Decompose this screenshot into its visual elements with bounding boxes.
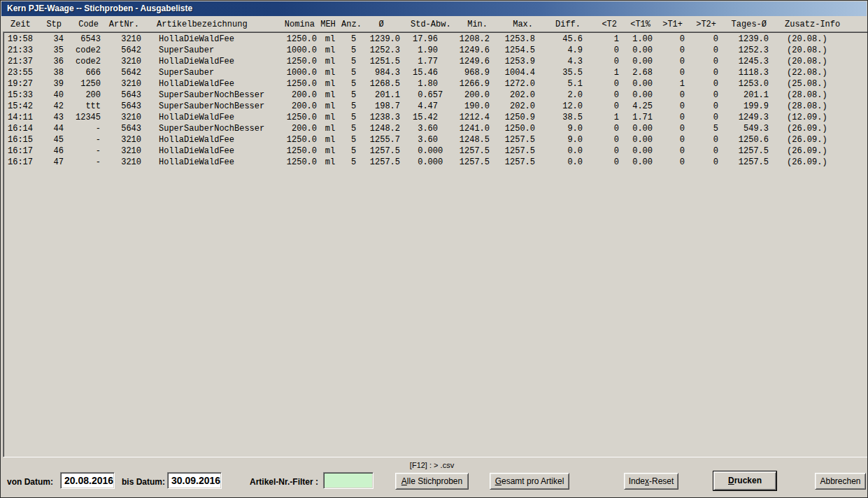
cell-zusatz-info: (20.08.) [770, 34, 866, 45]
cell-lt-t1-pct: 0.00 [623, 123, 655, 134]
cell-tages-avg: 199.9 [721, 101, 770, 112]
cell-avg: 201.1 [365, 90, 401, 101]
von-datum-input[interactable] [60, 472, 115, 489]
cell-meh: ml [318, 157, 342, 168]
cell-stp: 42 [38, 101, 65, 112]
cell-tages-avg: 1250.6 [721, 134, 770, 145]
cell-anz: 5 [342, 90, 365, 101]
cell-zusatz-info: (26.09.) [770, 157, 866, 168]
column-header-gt-t2: >T2+ [685, 19, 719, 30]
table-row[interactable]: 16:1747-3210HollaDieWaldFee1250.0ml51257… [3, 157, 866, 168]
cell-zeit: 19:27 [3, 78, 38, 90]
sample-listbox[interactable]: 19:583465433210HollaDieWaldFee1250.0ml51… [3, 31, 868, 457]
cell-min: 1241.0 [459, 123, 491, 134]
cell-avg: 984.3 [365, 67, 401, 78]
cell-stp: 34 [38, 34, 65, 45]
cell-gt-t2: 0 [688, 78, 721, 90]
cell-gt-t2: 0 [688, 56, 721, 67]
artikel-filter-input[interactable] [323, 472, 373, 489]
cell-artikelbezeichnung: SuperSauber [143, 67, 283, 78]
cell-artnr: 3210 [102, 56, 143, 67]
cell-gt-t2: 5 [688, 123, 721, 134]
cell-lt-t2: 0 [584, 145, 623, 157]
table-header-band: ZeitStpCodeArtNr.ArtikelbezeichnungNomin… [1, 16, 867, 31]
cell-avg: 1257.5 [365, 145, 401, 157]
cell-gt-t2: 0 [688, 67, 721, 78]
cell-artnr: 5643 [102, 90, 143, 101]
sample-table: 19:583465433210HollaDieWaldFee1250.0ml51… [3, 34, 866, 168]
cell-meh: ml [318, 78, 342, 90]
table-row[interactable]: 21:3335code25642SuperSauber1000.0ml51252… [3, 45, 866, 56]
cell-zeit: 23:55 [3, 67, 38, 78]
von-datum-label: von Datum: [7, 477, 53, 487]
cell-stp: 36 [38, 56, 65, 67]
drucken-button[interactable]: Drucken [713, 471, 776, 490]
cell-min: 1208.2 [459, 34, 491, 45]
cell-lt-t1-pct: 1.00 [623, 34, 655, 45]
table-row[interactable]: 16:1545-3210HollaDieWaldFee1250.0ml51255… [3, 134, 866, 145]
cell-nomina: 1250.0 [283, 157, 318, 168]
cell-std-abw: 3.60 [401, 123, 459, 134]
cell-artikelbezeichnung: HollaDieWaldFee [143, 56, 283, 67]
cell-code: - [65, 123, 102, 134]
column-header-diff: Diff. [534, 19, 582, 30]
cell-gt-t1: 0 [655, 145, 688, 157]
table-row[interactable]: 21:3736code23210HollaDieWaldFee1250.0ml5… [3, 56, 866, 67]
cell-lt-t1-pct: 0.00 [623, 134, 655, 145]
cell-code: ttt [65, 101, 102, 112]
cell-gt-t2: 0 [688, 34, 721, 45]
alle-stichproben-button[interactable]: Alle Stichproben [395, 473, 469, 490]
cell-nomina: 1250.0 [283, 112, 318, 123]
index-reset-button[interactable]: Index-Reset [624, 473, 678, 490]
cell-meh: ml [318, 134, 342, 145]
cell-nomina: 200.0 [283, 101, 318, 112]
cell-lt-t2: 0 [584, 45, 623, 56]
cell-max: 1257.5 [491, 157, 536, 168]
cell-zeit: 16:14 [3, 123, 38, 134]
bis-datum-label: bis Datum: [122, 477, 165, 487]
cell-gt-t2: 0 [688, 134, 721, 145]
cell-anz: 5 [342, 56, 365, 67]
table-header: ZeitStpCodeArtNr.ArtikelbezeichnungNomin… [1, 19, 864, 30]
cell-tages-avg: 1252.3 [721, 45, 770, 56]
table-row[interactable]: 15:33402005643SuperSauberNochBesser200.0… [3, 90, 866, 101]
column-header-avg: Ø [363, 19, 399, 30]
cell-tages-avg: 1249.3 [721, 112, 770, 123]
abbrechen-button[interactable]: Abbrechen [815, 473, 866, 490]
cell-diff: 9.0 [536, 134, 584, 145]
cell-code: 200 [65, 90, 102, 101]
table-row[interactable]: 19:583465433210HollaDieWaldFee1250.0ml51… [3, 34, 866, 45]
table-row[interactable]: 15:4242ttt5643SuperSauberNochBesser200.0… [3, 101, 866, 112]
table-row[interactable]: 23:55386665642SuperSauber1000.0ml5984.31… [3, 67, 866, 78]
column-header-code: Code [63, 19, 100, 30]
table-row[interactable]: 16:1444-5643SuperSauberNochBesser200.0ml… [3, 123, 866, 134]
cell-anz: 5 [342, 34, 365, 45]
cell-min: 1248.5 [459, 134, 491, 145]
cell-gt-t1: 0 [655, 90, 688, 101]
gesamt-pro-artikel-button[interactable]: Gesamt pro Artikel [490, 473, 569, 490]
cell-avg: 1257.5 [365, 157, 401, 168]
cell-lt-t1-pct: 0.00 [623, 45, 655, 56]
column-header-max: Max. [489, 19, 534, 30]
cell-diff: 2.0 [536, 90, 584, 101]
titlebar[interactable]: Kern PJE-Waage -- Stichproben - Ausgabel… [1, 1, 867, 16]
cell-max: 1253.8 [491, 34, 536, 45]
column-header-meh: MEH [316, 19, 340, 30]
cell-lt-t2: 0 [584, 134, 623, 145]
cell-artnr: 3210 [102, 145, 143, 157]
bis-datum-input[interactable] [167, 472, 222, 489]
cell-gt-t1: 0 [655, 123, 688, 134]
table-row[interactable]: 16:1746-3210HollaDieWaldFee1250.0ml51257… [3, 145, 866, 157]
column-header-artnr: ArtNr. [100, 19, 141, 30]
table-row[interactable]: 14:1143123453210HollaDieWaldFee1250.0ml5… [3, 112, 866, 123]
cell-lt-t1-pct: 0.00 [623, 78, 655, 90]
cell-meh: ml [318, 34, 342, 45]
cell-nomina: 1250.0 [283, 34, 318, 45]
table-row[interactable]: 19:273912503210HollaDieWaldFee1250.0ml51… [3, 78, 866, 90]
cell-max: 1257.5 [491, 145, 536, 157]
cell-zeit: 16:15 [3, 134, 38, 145]
cell-max: 1254.5 [491, 45, 536, 56]
cell-artnr: 3210 [102, 112, 143, 123]
cell-lt-t1-pct: 0.00 [623, 56, 655, 67]
cell-diff: 4.3 [536, 56, 584, 67]
